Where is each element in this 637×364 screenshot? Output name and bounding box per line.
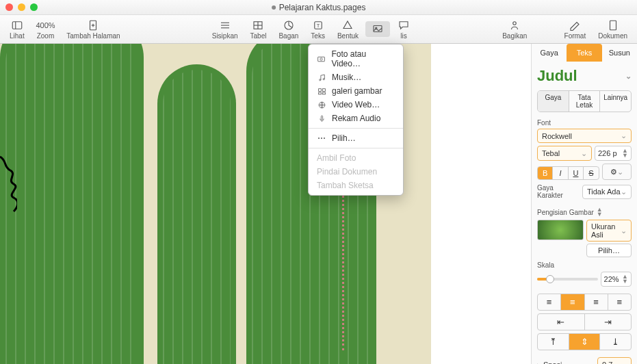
chevron-down-icon: ⌄ <box>581 149 587 158</box>
subtab-layout[interactable]: Tata Letak <box>569 91 600 112</box>
gallery-icon <box>317 86 326 96</box>
spacing-row[interactable]: ▸ Spasi 0,7 ⌄ <box>537 357 632 364</box>
scale-slider[interactable] <box>537 278 598 281</box>
menu-music-label: Musik… <box>332 73 361 82</box>
share-button[interactable]: Bagikan <box>497 18 532 41</box>
text-button[interactable]: T Teks <box>305 18 330 41</box>
menu-add-sketch: Tambah Sketsa <box>309 179 403 192</box>
menu-scan-document: Pindai Dokumen <box>309 165 403 179</box>
document-icon <box>606 19 620 31</box>
zoom-button[interactable]: 400% Zoom <box>31 18 60 41</box>
svg-rect-25 <box>318 92 321 94</box>
svg-rect-28 <box>321 116 322 119</box>
bold-button[interactable]: B <box>538 167 552 179</box>
align-right-button[interactable]: ≡ <box>584 294 608 310</box>
fullscreen-window-button[interactable] <box>30 3 38 11</box>
zoom-value-display: 400% <box>38 19 52 31</box>
menu-choose[interactable]: ⋯ Pilih… <box>309 131 403 145</box>
text-subtabs: Gaya Tata Letak Lainnya <box>537 90 632 112</box>
spacing-label: Spasi <box>543 361 595 365</box>
menu-image-gallery[interactable]: galeri gambar <box>309 84 403 98</box>
close-window-button[interactable] <box>5 3 13 11</box>
format-button[interactable]: Format <box>559 18 592 41</box>
format-label: Format <box>564 32 586 40</box>
menu-record-audio-label: Rekam Audio <box>332 114 380 123</box>
menu-web-video[interactable]: Video Web… <box>309 98 403 112</box>
media-button[interactable] <box>365 21 390 37</box>
align-left-button[interactable]: ≡ <box>538 294 560 310</box>
chart-button[interactable]: Bagan <box>273 18 304 41</box>
menu-sketch-label: Tambah Sketsa <box>317 181 374 190</box>
font-weight-select[interactable]: Tebal ⌄ <box>537 146 592 161</box>
minimize-window-button[interactable] <box>18 3 25 11</box>
char-style-label: Gaya Karakter <box>537 184 580 199</box>
font-size-stepper[interactable]: 226 p ▲▼ <box>595 146 632 161</box>
align-bottom-button[interactable]: ⤓ <box>599 334 631 350</box>
cactus-illustration <box>157 64 236 364</box>
font-family-select[interactable]: Rockwell ⌄ <box>537 129 632 143</box>
align-center-button[interactable]: ≡ <box>560 294 584 310</box>
fill-image-swatch[interactable] <box>537 220 584 240</box>
indent-button[interactable]: ⇥ <box>584 314 632 330</box>
table-button[interactable]: Tabel <box>245 18 272 41</box>
insert-button[interactable]: Sisipkan <box>207 18 244 41</box>
italic-button[interactable]: I <box>552 167 567 179</box>
shape-label: Bentuk <box>337 32 359 40</box>
char-style-select[interactable]: Tidak Ada ⌄ <box>582 185 632 199</box>
align-justify-button[interactable]: ≡ <box>608 294 631 310</box>
add-page-button[interactable]: Tambah Halaman <box>61 18 125 41</box>
chart-icon <box>282 19 296 31</box>
font-weight-value: Tebal <box>542 149 560 157</box>
text-icon: T <box>311 19 325 31</box>
char-style-value: Tidak Ada <box>587 187 621 196</box>
horizontal-align-buttons: ≡ ≡ ≡ ≡ <box>537 294 632 311</box>
comments-button[interactable]: lis <box>391 18 416 41</box>
strikethrough-button[interactable]: S <box>583 167 598 179</box>
image-scale-mode-select[interactable]: Ukuran Asli ⌄ <box>586 220 632 242</box>
disclosure-triangle-icon: ▸ <box>537 361 541 365</box>
chevron-down-icon: ⌄ <box>621 187 627 196</box>
shape-button[interactable]: Bentuk <box>332 18 364 41</box>
document-canvas[interactable] <box>0 44 531 364</box>
scale-label: Skala <box>537 261 632 269</box>
menu-record-audio[interactable]: Rekam Audio <box>309 112 403 125</box>
subtab-style[interactable]: Gaya <box>538 91 569 112</box>
scale-value-stepper[interactable]: 22% ▲▼ <box>601 272 632 287</box>
menu-take-photo-label: Ambil Foto <box>317 153 356 163</box>
svg-rect-23 <box>318 88 321 91</box>
subtab-more[interactable]: Lainnya <box>599 91 631 112</box>
underline-button[interactable]: U <box>568 167 583 179</box>
table-icon <box>251 19 265 31</box>
add-page-label: Tambah Halaman <box>66 32 120 40</box>
paragraph-style-picker[interactable]: Judul ⌄ <box>537 66 632 90</box>
tab-text[interactable]: Teks <box>567 44 601 62</box>
menu-music[interactable]: Musik… <box>309 70 403 84</box>
view-button[interactable]: Lihat <box>4 18 30 41</box>
svg-point-17 <box>513 21 517 25</box>
svg-rect-19 <box>318 57 325 62</box>
edited-indicator-icon <box>272 5 276 10</box>
tab-style[interactable]: Gaya <box>532 44 567 62</box>
globe-icon <box>317 100 326 109</box>
scribble-illustration <box>0 153 17 215</box>
text-style-buttons: B I U S <box>537 166 599 180</box>
document-button[interactable]: Dokumen <box>593 18 633 41</box>
outdent-button[interactable]: ⇤ <box>538 314 584 330</box>
document-title-text: Pelajaran Kaktus.pages <box>279 3 366 12</box>
format-icon <box>568 19 582 31</box>
advanced-options-button[interactable]: ⚙︎⌄ <box>602 164 632 180</box>
svg-rect-0 <box>12 21 22 29</box>
music-icon <box>317 73 326 82</box>
chart-label: Bagan <box>278 32 298 40</box>
media-dropdown-menu: Foto atau Video… Musik… galeri gambar Vi… <box>308 44 404 196</box>
tab-arrange[interactable]: Susun <box>602 44 637 62</box>
scale-value: 22% <box>604 275 619 283</box>
align-top-button[interactable]: ⤒ <box>538 334 569 350</box>
image-scale-mode-value: Ukuran Asli <box>591 222 621 239</box>
menu-photo-video[interactable]: Foto atau Video… <box>309 47 403 70</box>
choose-image-button[interactable]: Pilih… <box>586 244 632 257</box>
photo-icon <box>317 54 326 64</box>
align-middle-button[interactable]: ⇕ <box>569 334 600 350</box>
menu-choose-label: Pilih… <box>332 133 356 143</box>
spacing-select[interactable]: 0,7 ⌄ <box>597 357 632 364</box>
